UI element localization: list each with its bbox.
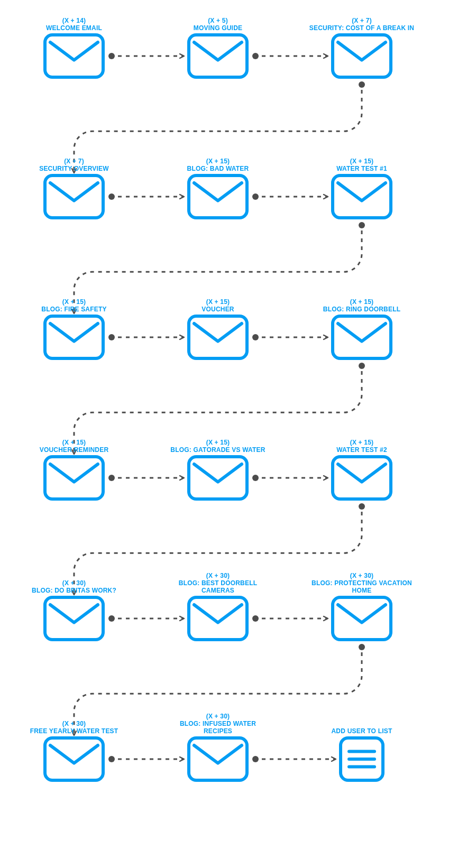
connector-dot-icon <box>252 334 259 340</box>
connector-dot-icon <box>108 615 115 622</box>
node-label: (X + 30)BLOG: INFUSED WATER RECIPES <box>165 713 271 735</box>
email-node-n3 <box>333 35 391 77</box>
node-timing: (X + 30) <box>165 572 271 579</box>
email-icon <box>45 316 103 358</box>
email-icon <box>189 316 247 358</box>
connector-dot-icon <box>108 53 115 59</box>
node-title: BLOG: RING DOORBELL <box>323 306 400 313</box>
connector-dot-icon <box>252 475 259 481</box>
node-label: (X + 30)BLOG: DO BRITAS WORK? <box>21 579 127 594</box>
flow-diagram: (X + 14)WELCOME EMAIL(X + 5)MOVING GUIDE… <box>0 0 476 868</box>
email-node-n13 <box>45 597 103 640</box>
email-node-n9 <box>333 316 391 358</box>
node-title: FREE YEARLY WATER TEST <box>30 727 118 735</box>
node-label: (X + 7)SECURITY OVERVIEW <box>21 158 127 172</box>
connector-dot-icon <box>108 756 115 762</box>
email-node-n10 <box>45 457 103 499</box>
node-timing: (X + 15) <box>165 158 271 165</box>
email-node-n16 <box>45 738 103 780</box>
node-title: BLOG: DO BRITAS WORK? <box>32 587 116 594</box>
connector-dot-icon <box>359 81 365 88</box>
email-icon <box>45 35 103 77</box>
node-label: (X + 15)VOUCHER REMINDER <box>21 439 127 454</box>
connector-dot-icon <box>252 615 259 622</box>
email-icon <box>189 176 247 218</box>
email-icon <box>333 35 391 77</box>
node-timing: (X + 15) <box>21 298 127 306</box>
email-icon <box>333 176 391 218</box>
node-label: (X + 7)SECURITY: COST OF A BREAK IN <box>309 17 415 32</box>
connector-dot-icon <box>252 193 259 200</box>
node-title: SECURITY OVERVIEW <box>39 165 109 172</box>
connector-dot-icon <box>359 222 365 228</box>
node-timing: (X + 15) <box>309 298 415 306</box>
email-node-n6 <box>333 176 391 218</box>
node-timing: (X + 15) <box>309 439 415 446</box>
node-title: VOUCHER <box>202 306 234 313</box>
connector-dot-icon <box>359 644 365 650</box>
node-label: (X + 30)FREE YEARLY WATER TEST <box>21 720 127 735</box>
node-label: (X + 30)BLOG: BEST DOORBELL CAMERAS <box>165 572 271 594</box>
connector-dot-icon <box>108 334 115 340</box>
node-timing: (X + 5) <box>165 17 271 24</box>
email-icon <box>189 597 247 640</box>
node-title: WATER TEST #1 <box>336 165 387 172</box>
node-title: WELCOME EMAIL <box>46 24 102 32</box>
email-icon <box>333 457 391 499</box>
node-title: BLOG: BAD WATER <box>187 165 249 172</box>
node-title: BLOG: PROTECTING VACATION HOME <box>312 579 412 594</box>
node-label: (X + 15)VOUCHER <box>165 298 271 313</box>
node-label: (X + 15)BLOG: RING DOORBELL <box>309 298 415 313</box>
node-label: (X + 15)WATER TEST #1 <box>309 158 415 172</box>
node-timing: (X + 15) <box>165 298 271 306</box>
node-timing: (X + 14) <box>21 17 127 24</box>
node-timing: (X + 7) <box>21 158 127 165</box>
node-title: BLOG: GATORADE VS WATER <box>170 446 265 454</box>
node-timing: (X + 7) <box>309 17 415 24</box>
node-title: BLOG: INFUSED WATER RECIPES <box>180 720 256 735</box>
list-node-n18 <box>341 738 383 780</box>
email-icon <box>45 738 103 780</box>
email-icon <box>45 597 103 640</box>
node-label: ADD USER TO LIST <box>309 727 415 735</box>
node-label: (X + 15)WATER TEST #2 <box>309 439 415 454</box>
email-icon <box>189 35 247 77</box>
node-timing: (X + 30) <box>309 572 415 579</box>
node-title: WATER TEST #2 <box>336 446 387 454</box>
node-label: (X + 14)WELCOME EMAIL <box>21 17 127 32</box>
email-node-n11 <box>189 457 247 499</box>
node-timing: (X + 15) <box>165 439 271 446</box>
email-node-n5 <box>189 176 247 218</box>
email-node-n2 <box>189 35 247 77</box>
node-title: BLOG: FIRE SAFETY <box>41 306 106 313</box>
node-label: (X + 15)BLOG: GATORADE VS WATER <box>165 439 271 454</box>
connector-dot-icon <box>359 363 365 369</box>
email-icon <box>189 457 247 499</box>
email-icon <box>45 457 103 499</box>
node-label: (X + 30)BLOG: PROTECTING VACATION HOME <box>309 572 415 594</box>
connector-dot-icon <box>252 756 259 762</box>
email-icon <box>45 176 103 218</box>
email-node-n1 <box>45 35 103 77</box>
node-label: (X + 15)BLOG: FIRE SAFETY <box>21 298 127 313</box>
node-title: VOUCHER REMINDER <box>40 446 109 454</box>
email-icon <box>333 597 391 640</box>
connector-dot-icon <box>108 193 115 200</box>
node-label: (X + 5)MOVING GUIDE <box>165 17 271 32</box>
node-label: (X + 15)BLOG: BAD WATER <box>165 158 271 172</box>
node-title: MOVING GUIDE <box>194 24 242 32</box>
flow-svg <box>0 0 476 868</box>
connector-dot-icon <box>359 503 365 510</box>
connector-dot-icon <box>252 53 259 59</box>
node-timing: (X + 30) <box>21 720 127 727</box>
node-title: SECURITY: COST OF A BREAK IN <box>309 24 415 32</box>
node-timing: (X + 15) <box>21 439 127 446</box>
email-icon <box>189 738 247 780</box>
node-title: BLOG: BEST DOORBELL CAMERAS <box>179 579 257 594</box>
node-timing: (X + 15) <box>309 158 415 165</box>
node-timing: (X + 30) <box>21 579 127 587</box>
email-node-n14 <box>189 597 247 640</box>
email-node-n17 <box>189 738 247 780</box>
email-node-n8 <box>189 316 247 358</box>
email-node-n15 <box>333 597 391 640</box>
